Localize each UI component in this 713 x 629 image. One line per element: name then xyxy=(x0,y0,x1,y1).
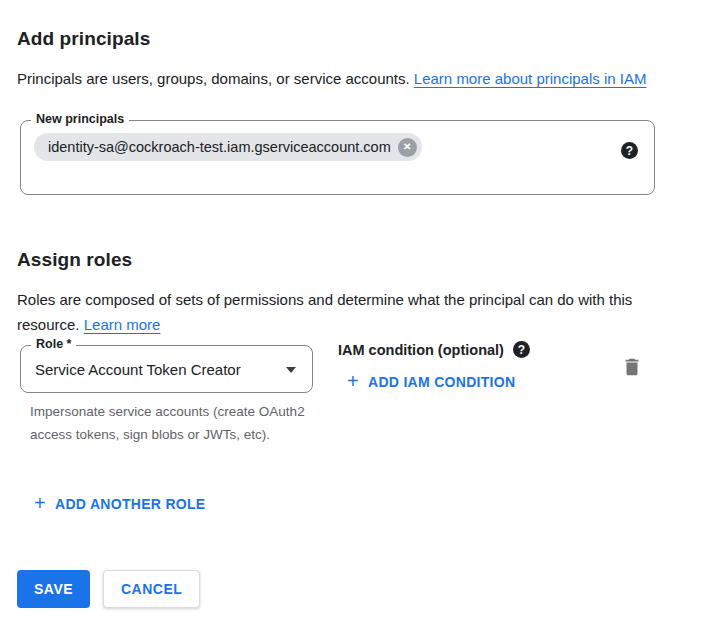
save-button[interactable]: SAVE xyxy=(17,570,90,608)
learn-more-principals-link[interactable]: Learn more about principals in IAM xyxy=(414,70,647,87)
iam-condition-label: IAM condition (optional) xyxy=(338,342,504,358)
role-select-label: Role * xyxy=(31,337,76,351)
add-another-role-label: ADD ANOTHER ROLE xyxy=(55,496,206,512)
chevron-down-icon xyxy=(286,367,296,373)
iam-condition-help-icon[interactable]: ? xyxy=(513,341,530,358)
add-iam-condition-button[interactable]: + ADD IAM CONDITION xyxy=(347,372,515,392)
add-iam-condition-label: ADD IAM CONDITION xyxy=(368,374,515,390)
plus-icon: + xyxy=(347,371,359,391)
principals-description: Principals are users, groups, domains, o… xyxy=(17,66,667,91)
trash-icon xyxy=(621,356,643,378)
iam-condition-header: IAM condition (optional) ? xyxy=(338,341,530,358)
principal-chip-text: identity-sa@cockroach-test.iam.gservicea… xyxy=(48,139,391,155)
learn-more-roles-link[interactable]: Learn more xyxy=(84,316,161,333)
add-another-role-button[interactable]: + ADD ANOTHER ROLE xyxy=(34,494,206,514)
role-select[interactable]: Role * Service Account Token Creator xyxy=(20,345,313,393)
remove-principal-icon[interactable]: ✕ xyxy=(398,138,417,157)
new-principals-label: New principals xyxy=(31,112,129,126)
principal-chip: identity-sa@cockroach-test.iam.gservicea… xyxy=(34,133,422,161)
assign-roles-title: Assign roles xyxy=(17,249,132,271)
role-helper-text: Impersonate service accounts (create OAu… xyxy=(30,400,320,446)
delete-role-button[interactable] xyxy=(619,355,645,381)
principals-description-text: Principals are users, groups, domains, o… xyxy=(17,70,414,87)
cancel-button[interactable]: CANCEL xyxy=(103,570,200,608)
add-principals-panel: Add principals Principals are users, gro… xyxy=(0,0,713,629)
principals-help-icon[interactable]: ? xyxy=(621,142,638,159)
page-title: Add principals xyxy=(17,28,150,50)
plus-icon: + xyxy=(34,493,46,513)
roles-description: Roles are composed of sets of permission… xyxy=(17,287,667,337)
new-principals-field[interactable]: New principals identity-sa@cockroach-tes… xyxy=(20,120,655,195)
role-select-value: Service Account Token Creator xyxy=(35,361,241,378)
